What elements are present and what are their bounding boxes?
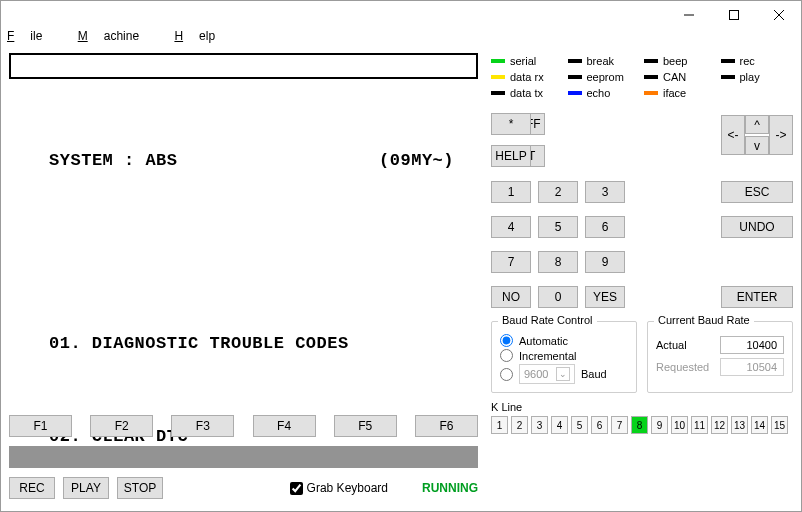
baud-legend: Baud Rate Control <box>498 314 597 326</box>
key-help[interactable]: HELP <box>491 145 531 167</box>
command-input[interactable] <box>9 53 478 79</box>
led-panel: serialbreakbeeprecdata rxeepromCANplayda… <box>491 53 793 113</box>
baud-inc-radio[interactable] <box>500 349 513 362</box>
led-iface: iface <box>644 87 717 99</box>
key-6[interactable]: 6 <box>585 216 625 238</box>
play-button[interactable]: PLAY <box>63 477 109 499</box>
baud-combo[interactable]: 9600 ⌄ <box>519 364 575 384</box>
key-yes[interactable]: YES <box>585 286 625 308</box>
grab-keyboard-check[interactable]: Grab Keyboard <box>290 481 388 495</box>
stop-button[interactable]: STOP <box>117 477 163 499</box>
key-3[interactable]: 3 <box>585 181 625 203</box>
kline-cell-7[interactable]: 7 <box>611 416 628 434</box>
record-button[interactable]: REC <box>9 477 55 499</box>
key-right[interactable]: -> <box>769 115 793 155</box>
kline-group: K Line 123456789101112131415 <box>491 401 793 434</box>
kline-cell-14[interactable]: 14 <box>751 416 768 434</box>
baud-unit-label: Baud <box>581 368 607 380</box>
app-window: File Machine Help SYSTEM : ABS (09MY~) 0… <box>0 0 802 512</box>
key-up[interactable]: ^ <box>745 115 769 134</box>
led-echo: echo <box>568 87 641 99</box>
baud-control-group: Baud Rate Control Automatic Incremental … <box>491 321 637 393</box>
led-beep: beep <box>644 55 717 67</box>
baud-combo-value: 9600 <box>524 368 548 380</box>
requested-value: 10504 <box>720 358 784 376</box>
screen-header-left: SYSTEM : ABS <box>17 145 178 176</box>
baud-auto-radio[interactable] <box>500 334 513 347</box>
actual-label: Actual <box>656 339 687 351</box>
baud-inc-label: Incremental <box>519 350 576 362</box>
key-7[interactable]: 7 <box>491 251 531 273</box>
terminal-screen: SYSTEM : ABS (09MY~) 01. DIAGNOSTIC TROU… <box>9 81 478 407</box>
kline-cell-12[interactable]: 12 <box>711 416 728 434</box>
key-9[interactable]: 9 <box>585 251 625 273</box>
grab-keyboard-checkbox[interactable] <box>290 482 303 495</box>
baud-manual-radio[interactable] <box>500 368 513 381</box>
close-button[interactable] <box>756 1 801 29</box>
kline-cell-8[interactable]: 8 <box>631 416 648 434</box>
f4-button[interactable]: F4 <box>253 415 316 437</box>
led-rec: rec <box>721 55 794 67</box>
svg-rect-1 <box>729 11 738 20</box>
menu-help[interactable]: Help <box>174 29 231 43</box>
led-play: play <box>721 71 794 83</box>
kline-cell-5[interactable]: 5 <box>571 416 588 434</box>
keypad: ON/OFF * SHIFT HELP 1 2 3 4 5 6 7 8 9 NO… <box>491 113 793 313</box>
actual-value: 10400 <box>720 336 784 354</box>
chevron-down-icon: ⌄ <box>556 367 570 381</box>
led-data-rx: data rx <box>491 71 564 83</box>
led-data-tx: data tx <box>491 87 564 99</box>
grab-keyboard-label: Grab Keyboard <box>307 481 388 495</box>
requested-label: Requested <box>656 361 709 373</box>
kline-cell-10[interactable]: 10 <box>671 416 688 434</box>
led-break: break <box>568 55 641 67</box>
key-0[interactable]: 0 <box>538 286 578 308</box>
led-CAN: CAN <box>644 71 717 83</box>
menu-item-1[interactable]: 01. DIAGNOSTIC TROUBLE CODES <box>17 334 349 353</box>
key-star[interactable]: * <box>491 113 531 135</box>
key-undo[interactable]: UNDO <box>721 216 793 238</box>
key-down[interactable]: v <box>745 136 769 155</box>
titlebar <box>1 1 801 29</box>
key-no[interactable]: NO <box>491 286 531 308</box>
screen-header-right: (09MY~) <box>379 145 470 176</box>
kline-cell-1[interactable]: 1 <box>491 416 508 434</box>
minimize-button[interactable] <box>666 1 711 29</box>
f6-button[interactable]: F6 <box>415 415 478 437</box>
f2-button[interactable]: F2 <box>90 415 153 437</box>
current-baud-group: Current Baud Rate Actual 10400 Requested… <box>647 321 793 393</box>
baud-auto-label: Automatic <box>519 335 568 347</box>
menu-machine[interactable]: Machine <box>78 29 155 43</box>
kline-cell-13[interactable]: 13 <box>731 416 748 434</box>
key-left[interactable]: <- <box>721 115 745 155</box>
status-running: RUNNING <box>420 481 478 495</box>
kline-cell-9[interactable]: 9 <box>651 416 668 434</box>
f3-button[interactable]: F3 <box>171 415 234 437</box>
kline-cell-2[interactable]: 2 <box>511 416 528 434</box>
baud-auto-row[interactable]: Automatic <box>500 334 628 347</box>
key-4[interactable]: 4 <box>491 216 531 238</box>
f5-button[interactable]: F5 <box>334 415 397 437</box>
key-2[interactable]: 2 <box>538 181 578 203</box>
baud-inc-row[interactable]: Incremental <box>500 349 628 362</box>
key-esc[interactable]: ESC <box>721 181 793 203</box>
kline-cell-15[interactable]: 15 <box>771 416 788 434</box>
key-8[interactable]: 8 <box>538 251 578 273</box>
kline-cell-6[interactable]: 6 <box>591 416 608 434</box>
kline-cell-4[interactable]: 4 <box>551 416 568 434</box>
key-enter[interactable]: ENTER <box>721 286 793 308</box>
menu-file[interactable]: File <box>7 29 58 43</box>
current-baud-legend: Current Baud Rate <box>654 314 754 326</box>
key-1[interactable]: 1 <box>491 181 531 203</box>
kline-cell-3[interactable]: 3 <box>531 416 548 434</box>
led-serial: serial <box>491 55 564 67</box>
f1-button[interactable]: F1 <box>9 415 72 437</box>
led-eeprom: eeprom <box>568 71 641 83</box>
kline-label: K Line <box>491 401 793 413</box>
key-5[interactable]: 5 <box>538 216 578 238</box>
kline-cell-11[interactable]: 11 <box>691 416 708 434</box>
menubar: File Machine Help <box>1 29 801 49</box>
maximize-button[interactable] <box>711 1 756 29</box>
